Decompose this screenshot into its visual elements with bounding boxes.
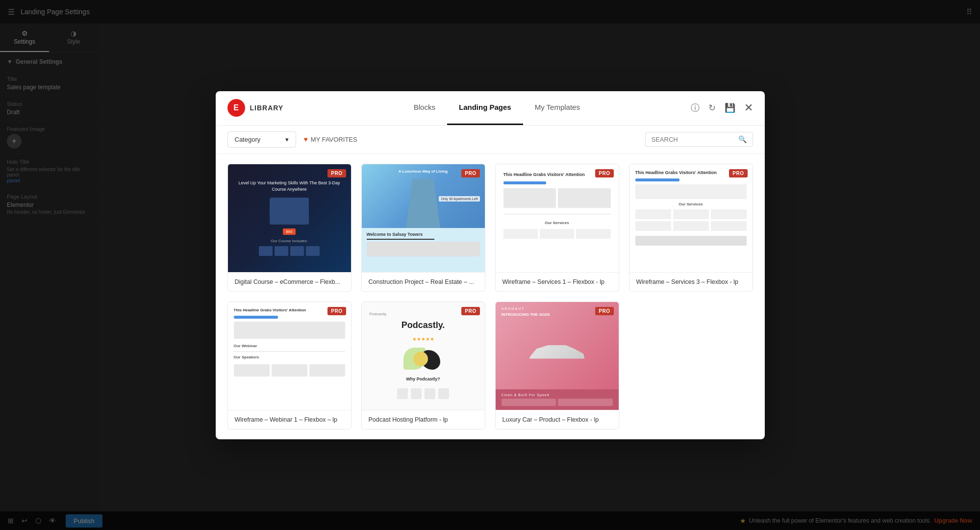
category-dropdown[interactable]: Category ▾ xyxy=(227,131,296,148)
template-title: Wireframe – Services 3 – Flexbox - lp xyxy=(629,272,753,291)
modal-toolbar: Category ▾ ♥ MY FAVORITES 🔍 xyxy=(216,126,765,154)
podcast-brand: Podcastly xyxy=(370,312,387,316)
template-card[interactable]: PRO Podcastly Podcastly. ★★★★★ Why Podca… xyxy=(361,302,485,429)
refresh-icon[interactable]: ↻ xyxy=(708,102,716,113)
library-title: LIBRARY xyxy=(250,104,284,112)
library-modal: E LIBRARY Blocks Landing Pages My Templa… xyxy=(216,91,765,439)
templates-grid: PRO Level Up Your Marketing Skills With … xyxy=(216,154,765,439)
template-thumbnail: PRO This Headline Grabs Visitors' Attent… xyxy=(496,164,619,272)
template-card[interactable]: PRO This Headline Grabs Visitors' Attent… xyxy=(629,164,753,292)
pro-badge: PRO xyxy=(327,169,346,177)
template-thumbnail: PRO A Luxurious Way of Living Only 30 Ap… xyxy=(362,164,485,272)
template-thumbnail: PRO ARAMAUT INTRODUCING THE GO2S Clean &… xyxy=(496,302,619,410)
search-input[interactable] xyxy=(652,136,738,143)
elementor-logo: E xyxy=(227,99,245,117)
template-title: Construction Project – Real Estate – ... xyxy=(362,272,485,291)
template-title: Digital Course – eCommerce – Flexb... xyxy=(228,272,351,291)
template-thumbnail: PRO Podcastly Podcastly. ★★★★★ Why Podca… xyxy=(362,302,485,410)
tab-my-templates[interactable]: My Templates xyxy=(523,91,592,126)
info-icon[interactable]: ⓘ xyxy=(691,102,700,114)
chevron-down-icon: ▾ xyxy=(285,136,289,143)
template-card[interactable]: PRO This Headline Grabs Visitors' Attent… xyxy=(227,302,352,429)
modal-header: E LIBRARY Blocks Landing Pages My Templa… xyxy=(216,91,765,126)
tab-landing-pages[interactable]: Landing Pages xyxy=(447,91,523,126)
template-card[interactable]: PRO This Headline Grabs Visitors' Attent… xyxy=(495,164,619,292)
favorites-button[interactable]: ♥ MY FAVORITES xyxy=(304,135,357,143)
pro-badge: PRO xyxy=(729,169,747,177)
pro-badge: PRO xyxy=(461,307,479,315)
save-icon[interactable]: 💾 xyxy=(725,102,735,113)
modal-header-icons: ⓘ ↻ 💾 ✕ xyxy=(691,101,753,114)
template-card[interactable]: PRO Level Up Your Marketing Skills With … xyxy=(227,164,352,292)
template-thumbnail: PRO Level Up Your Marketing Skills With … xyxy=(228,164,351,272)
heart-icon: ♥ xyxy=(304,135,308,143)
pro-badge: PRO xyxy=(595,307,613,315)
car-silhouette xyxy=(528,342,586,366)
search-icon: 🔍 xyxy=(738,135,747,143)
close-button[interactable]: ✕ xyxy=(744,101,753,114)
template-title: Wireframe – Webinar 1 – Flexbox – lp xyxy=(228,410,351,429)
pro-badge: PRO xyxy=(327,307,346,315)
template-title: Luxury Car – Product – Flexbox - lp xyxy=(496,410,619,429)
template-title: Wireframe – Services 1 – Flexbox - lp xyxy=(496,272,619,291)
pro-badge: PRO xyxy=(595,169,613,177)
template-title: Podcast Hosting Platform - lp xyxy=(362,410,485,429)
modal-tabs: Blocks Landing Pages My Templates xyxy=(303,91,690,126)
template-card[interactable]: PRO A Luxurious Way of Living Only 30 Ap… xyxy=(361,164,485,292)
modal-overlay: E LIBRARY Blocks Landing Pages My Templa… xyxy=(0,0,980,530)
template-card[interactable]: PRO ARAMAUT INTRODUCING THE GO2S Clean &… xyxy=(495,302,619,429)
pro-badge: PRO xyxy=(461,169,479,177)
tab-blocks[interactable]: Blocks xyxy=(402,91,447,126)
template-thumbnail: PRO This Headline Grabs Visitors' Attent… xyxy=(228,302,351,410)
search-container: 🔍 xyxy=(645,132,753,147)
template-thumbnail: PRO This Headline Grabs Visitors' Attent… xyxy=(629,164,753,272)
